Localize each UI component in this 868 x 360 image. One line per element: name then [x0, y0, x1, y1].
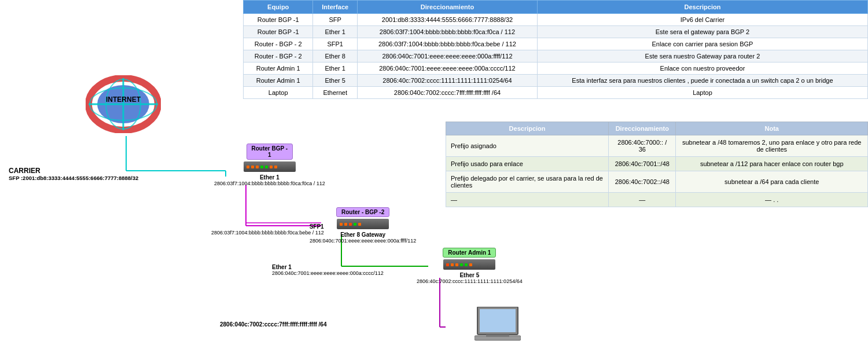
router-bgp2-device: [337, 219, 389, 229]
router-admin1: Router Admin 1 Ether 1 2806:040c:7001:ee…: [417, 248, 523, 284]
router-bgp2-sfp1-block: SFP1 2806:03f7:1004:bbbb:bbbb:bbbb:f0ca:…: [211, 223, 324, 236]
second-table-row: Prefijo asignado2806:40c:7000:: / 36subn…: [446, 135, 868, 157]
second-cell-direccionamiento: —: [609, 193, 676, 207]
router-bgp2-sfp1-addr: 2806:03f7:1004:bbbb:bbbb:bbbb:f0ca:bebe …: [211, 230, 324, 236]
main-cell-descripcion: Enlace con carrier para sesion BGP: [537, 38, 867, 50]
router-bgp1-ether1-addr: 2806:03f7:1004:bbbb:bbbb:bbbb:f0ca:f0ca …: [214, 181, 325, 186]
svg-rect-18: [480, 309, 516, 332]
main-cell-descripcion: Este sera el gateway para BGP 2: [537, 26, 867, 38]
col2-nota: Nota: [676, 122, 868, 135]
second-cell-nota: subnetear a /112 para hacer enlace con r…: [676, 157, 868, 171]
second-table: Descripcion Direccionamiento Nota Prefij…: [446, 122, 868, 207]
router-bgp1-device: [244, 161, 296, 172]
internet-label: INTERNET: [86, 95, 161, 104]
laptop-svg: [475, 307, 521, 344]
router-admin1-ether5-addr: 2806:40c:7002:cccc:1111:1111:1111:0254/6…: [417, 278, 523, 284]
router-admin1-ether1-block: Ether 1 2806:040c:7001:eeee:eeee:eeee:00…: [272, 264, 384, 276]
laptop-addr-text: 2806:040c:7002:cccc:7fff:ffff:ffff:ffff …: [220, 321, 327, 328]
second-table-row: Prefijo usado para enlace2806:40c:7001::…: [446, 157, 868, 171]
carrier-label: CARRIER: [9, 167, 138, 175]
internet-cloud: INTERNET: [86, 75, 161, 134]
main-cell-descripcion: Enlace con nuestro proveedor: [537, 63, 867, 75]
second-cell-direccionamiento: 2806:40c:7000:: / 36: [609, 135, 676, 157]
second-cell-nota: — . .: [676, 193, 868, 207]
second-table-row: ——— . .: [446, 193, 868, 207]
second-table-row: Prefijo delegado por el carrier, se usar…: [446, 171, 868, 193]
main-cell-descripcion: Esta interfaz sera para nuestros cliente…: [537, 75, 867, 87]
router-bgp1-ether1-label: Ether 1: [260, 174, 279, 181]
router-admin1-label: Router Admin 1: [443, 248, 496, 258]
svg-rect-20: [486, 335, 509, 337]
col-descripcion: Descripcion: [537, 1, 867, 14]
second-cell-descripcion: Prefijo delegado por el carrier, se usar…: [446, 171, 609, 193]
router-bgp2-ether8-addr: 2806:040c:7001:eeee:eeee:eeee:000a:ffff/…: [310, 238, 416, 244]
col2-descripcion: Descripcion: [446, 122, 609, 135]
main-cell-descripcion: Laptop: [537, 87, 867, 99]
router-admin1-ether1-label: Ether 1: [272, 264, 384, 270]
col2-direccionamiento: Direccionamiento: [609, 122, 676, 135]
second-cell-descripcion: —: [446, 193, 609, 207]
laptop-icon: [475, 307, 521, 346]
router-admin1-ether1-addr: 2806:040c:7001:eeee:eeee:eeee:000a:cccc/…: [272, 270, 384, 276]
router-bgp1-label: Router BGP -1: [247, 144, 293, 160]
router-bgp2-label: Router - BGP -2: [336, 207, 389, 217]
main-cell-descripcion: Este sera nuestro Gateway para router 2: [537, 50, 867, 63]
second-cell-descripcion: Prefijo usado para enlace: [446, 157, 609, 171]
router-bgp1: Router BGP -1 Ether 1 2806:03f7:1004:bbb…: [214, 144, 325, 186]
router-bgp2-ether8-label-display: Ether 8 Gateway: [340, 232, 385, 238]
router-admin1-ether5-label: Ether 5: [459, 272, 479, 278]
carrier-block: CARRIER SFP :2001:db8:3333:4444:5555:666…: [9, 167, 138, 181]
router-bgp2-sfp1-label: SFP1: [211, 223, 324, 230]
second-cell-nota: subnetear a /64 para cada cliente: [676, 171, 868, 193]
cloud-svg: [86, 75, 161, 133]
second-table-section: Descripcion Direccionamiento Nota Prefij…: [446, 122, 868, 207]
second-cell-direccionamiento: 2806:40c:7002::/48: [609, 171, 676, 193]
second-cell-descripcion: Prefijo asignado: [446, 135, 609, 157]
carrier-addr: SFP :2001:db8:3333:4444:5555:6666:7777:8…: [9, 175, 138, 181]
second-cell-nota: subnetear a /48 tomaremos 2, uno para en…: [676, 135, 868, 157]
router-admin1-device: [443, 259, 495, 270]
second-cell-direccionamiento: 2806:40c:7001::/48: [609, 157, 676, 171]
network-diagram: INTERNET CARRIER SFP :2001:db8:3333:4444…: [0, 0, 446, 360]
router-bgp2: Router - BGP -2 SFP1 2806:03f7:1004:bbbb…: [310, 207, 416, 244]
main-cell-descripcion: IPv6 del Carrier: [537, 14, 867, 26]
